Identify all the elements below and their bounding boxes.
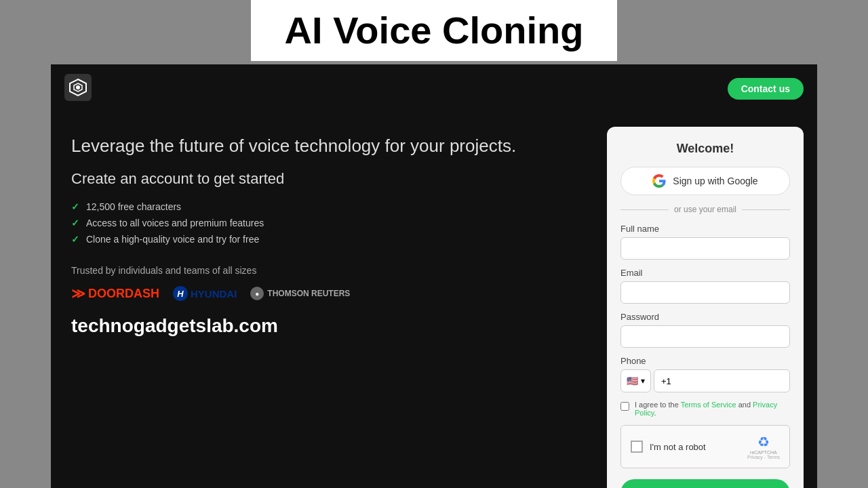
divider-line-right	[742, 209, 790, 210]
google-icon	[652, 174, 666, 188]
captcha-left: I'm not a robot	[631, 441, 706, 453]
captcha-box: I'm not a robot ♻ reCAPTCHA Privacy - Te…	[620, 425, 790, 468]
tr-circle-icon: ●	[250, 287, 264, 300]
recaptcha-terms: Privacy - Terms	[747, 455, 780, 460]
country-code-text: ▾	[641, 376, 645, 386]
main-content: Contact us Leverage the future of voice …	[51, 64, 817, 488]
check-icon-3: ✓	[71, 234, 79, 245]
doordash-text: DOORDASH	[88, 287, 159, 301]
thomson-text: THOMSON REUTERS	[267, 289, 350, 298]
feature-item-1: ✓ 12,500 free characters	[71, 201, 587, 212]
recaptcha-label: reCAPTCHA	[750, 450, 777, 455]
thomson-reuters-logo: ● THOMSON REUTERS	[250, 287, 350, 300]
captcha-checkbox[interactable]	[631, 441, 643, 453]
body-area: Leverage the future of voice technology …	[51, 113, 817, 488]
full-name-label: Full name	[620, 224, 790, 234]
password-label: Password	[620, 312, 790, 322]
phone-country-selector[interactable]: 🇺🇸 ▾	[620, 369, 651, 392]
us-flag-icon: 🇺🇸	[627, 375, 638, 386]
features-list: ✓ 12,500 free characters ✓ Access to all…	[71, 201, 587, 245]
trusted-text: Trusted by individuals and teams of all …	[71, 265, 587, 276]
feature-item-3: ✓ Clone a high-quality voice and try for…	[71, 234, 587, 245]
contact-button[interactable]: Contact us	[728, 78, 804, 100]
recaptcha-logo-icon: ♻	[757, 434, 770, 450]
divider: or use your email	[620, 205, 790, 214]
hyundai-logo: H HYUNDAI	[173, 286, 237, 301]
recaptcha-branding: ♻ reCAPTCHA Privacy - Terms	[747, 434, 780, 460]
google-button-text: Sign up with Google	[673, 176, 757, 186]
check-icon-2: ✓	[71, 218, 79, 228]
phone-row: 🇺🇸 ▾	[620, 369, 790, 392]
feature-text-3: Clone a high-quality voice and try for f…	[86, 234, 259, 245]
logo	[64, 74, 92, 104]
check-icon-1: ✓	[71, 201, 79, 212]
site-watermark: technogadgetslab.com	[71, 315, 587, 337]
terms-of-service-link[interactable]: Terms of Service	[681, 401, 736, 409]
title-bar: AI Voice Cloning	[251, 0, 617, 61]
divider-line-left	[620, 209, 669, 210]
feature-item-2: ✓ Access to all voices and premium featu…	[71, 218, 587, 228]
terms-row: I agree to the Terms of Service and Priv…	[620, 401, 790, 417]
feature-text-2: Access to all voices and premium feature…	[86, 218, 264, 228]
signup-form-card: Welcome! Sign up with Google or use your…	[607, 127, 804, 488]
hyundai-text: HYUNDAI	[191, 288, 237, 300]
form-title: Welcome!	[620, 142, 790, 156]
create-account-text: Create an account to get started	[71, 170, 587, 188]
svg-point-1	[76, 85, 80, 89]
email-input[interactable]	[620, 281, 790, 304]
brands-row: ≫ DOORDASH H HYUNDAI ● THOMSON REUTERS	[71, 285, 587, 302]
feature-text-1: 12,500 free characters	[86, 201, 181, 212]
google-signup-button[interactable]: Sign up with Google	[620, 167, 790, 195]
doordash-logo: ≫ DOORDASH	[71, 285, 159, 302]
hero-text: Leverage the future of voice technology …	[71, 134, 587, 158]
password-input[interactable]	[620, 325, 790, 348]
email-label: Email	[620, 268, 790, 278]
navbar: Contact us	[51, 64, 817, 113]
phone-label: Phone	[620, 356, 790, 366]
divider-text: or use your email	[674, 205, 736, 214]
submit-button[interactable]: Get started	[620, 479, 790, 488]
doordash-chevron-icon: ≫	[71, 285, 85, 302]
phone-input[interactable]	[654, 369, 790, 392]
hyundai-h-icon: H	[173, 286, 188, 301]
captcha-text: I'm not a robot	[650, 442, 706, 452]
page-title: AI Voice Cloning	[264, 9, 604, 52]
left-panel: Leverage the future of voice technology …	[64, 127, 593, 488]
full-name-input[interactable]	[620, 237, 790, 260]
terms-text: I agree to the Terms of Service and Priv…	[635, 401, 790, 417]
terms-checkbox[interactable]	[620, 402, 629, 411]
